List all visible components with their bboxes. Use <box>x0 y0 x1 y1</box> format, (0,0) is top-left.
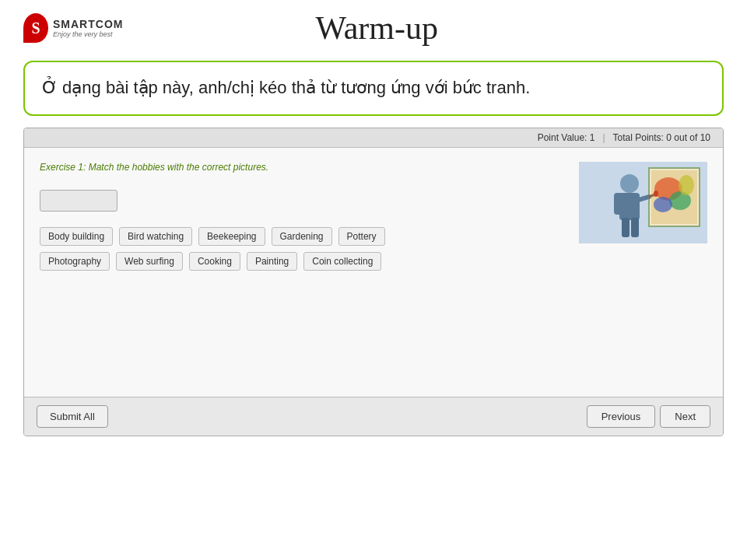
exercise-body: Exercise 1: Match the hobbies with the c… <box>24 148 723 397</box>
previous-button[interactable]: Previous <box>587 405 656 428</box>
logo-area: S SMARTCOM Enjoy the very best <box>23 13 123 43</box>
svg-rect-14 <box>631 218 639 237</box>
drop-zone[interactable] <box>40 190 117 212</box>
exercise-image <box>579 162 707 243</box>
chip-bird-watching[interactable]: Bird watching <box>119 227 192 246</box>
svg-point-6 <box>679 175 694 195</box>
exercise-instruction: Exercise 1: Match the hobbies with the c… <box>40 162 563 173</box>
next-button[interactable]: Next <box>660 405 710 428</box>
chip-painting[interactable]: Painting <box>247 252 297 271</box>
svg-rect-13 <box>622 218 630 237</box>
chip-web-surfing[interactable]: Web surfing <box>116 252 183 271</box>
instruction-text: Ở dạng bài tập này, anh/chị kéo thả từ t… <box>42 76 705 100</box>
svg-point-7 <box>620 174 639 193</box>
submit-button[interactable]: Submit All <box>37 405 108 428</box>
chip-photography[interactable]: Photography <box>40 252 110 271</box>
chip-pottery[interactable]: Pottery <box>338 227 385 246</box>
page-title: Warm-up <box>123 9 630 47</box>
chips-row-2: Photography Web surfing Cooking Painting… <box>40 252 563 271</box>
logo-text: SMARTCOM Enjoy the very best <box>53 18 123 38</box>
nav-buttons: Previous Next <box>587 405 710 428</box>
points-divider: | <box>602 132 605 143</box>
points-bar: Point Value: 1 | Total Points: 0 out of … <box>24 128 723 148</box>
total-points: Total Points: 0 out of 10 <box>613 132 710 143</box>
chip-body-building[interactable]: Body building <box>40 227 113 246</box>
logo-name: SMARTCOM <box>53 18 123 30</box>
point-value: Point Value: 1 <box>538 132 595 143</box>
page-title-area: Warm-up <box>123 9 724 47</box>
chip-cooking[interactable]: Cooking <box>189 252 240 271</box>
header: S SMARTCOM Enjoy the very best Warm-up <box>0 0 747 47</box>
drop-zone-row <box>40 190 563 212</box>
logo-icon: S <box>23 13 48 43</box>
chip-beekeeping[interactable]: Beekeeping <box>198 227 265 246</box>
exercise-right <box>579 162 707 381</box>
svg-point-12 <box>654 191 658 197</box>
logo-tagline: Enjoy the very best <box>53 30 123 38</box>
chip-coin-collecting[interactable]: Coin collecting <box>303 252 381 271</box>
chips-row-1: Body building Bird watching Beekeeping G… <box>40 227 563 246</box>
bottom-bar: Submit All Previous Next <box>24 397 723 436</box>
chip-gardening[interactable]: Gardening <box>272 227 332 246</box>
svg-point-5 <box>654 197 672 212</box>
exercise-container: Point Value: 1 | Total Points: 0 out of … <box>23 128 724 436</box>
instruction-box: Ở dạng bài tập này, anh/chị kéo thả từ t… <box>23 61 724 116</box>
exercise-left: Exercise 1: Match the hobbies with the c… <box>40 162 563 381</box>
